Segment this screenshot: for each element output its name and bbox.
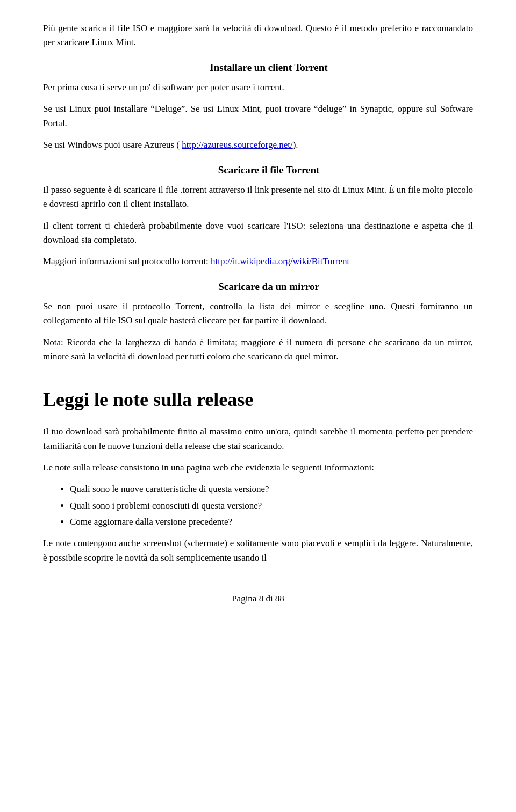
paragraph-8: Se non puoi usare il protocollo Torrent,…: [43, 300, 473, 328]
paragraph-9: Nota: Ricorda che la larghezza di banda …: [43, 336, 473, 364]
paragraph-12: Le note contengono anche screenshot (sch…: [43, 536, 473, 565]
list-item-3: Come aggiornare dalla versione precedent…: [70, 515, 473, 529]
paragraph-3: Se usi Linux puoi installare “Deluge”. S…: [43, 102, 473, 130]
release-notes-heading: Leggi le note sulla release: [43, 385, 473, 415]
paragraph-5: Il passo seguente è di scaricare il file…: [43, 183, 473, 212]
azureus-link[interactable]: http://azureus.sourceforge.net/: [182, 140, 292, 150]
paragraph-2: Per prima cosa ti serve un po' di softwa…: [43, 81, 473, 95]
wikipedia-bittorrent-link[interactable]: http://it.wikipedia.org/wiki/BitTorrent: [211, 256, 349, 266]
mirror-heading: Scaricare da un mirror: [64, 279, 473, 294]
page-footer: Pagina 8 di 88: [43, 592, 473, 606]
download-torrent-heading: Scaricare il file Torrent: [64, 162, 473, 178]
paragraph-7: Maggiori informazioni sul protocollo tor…: [43, 255, 473, 269]
paragraph-6: Il client torrent ti chiederà probabilme…: [43, 219, 473, 248]
paragraph-4-post: ).: [293, 140, 298, 150]
paragraph-11: Le note sulla release consistono in una …: [43, 461, 473, 475]
paragraph-1: Più gente scarica il file ISO e maggiore…: [43, 21, 473, 50]
paragraph-4-pre: Se usi Windows puoi usare Azureus (: [43, 140, 182, 150]
install-torrent-heading: Installare un client Torrent: [64, 60, 473, 75]
release-notes-list: Quali sono le nuove caratteristiche di q…: [70, 482, 473, 529]
list-item-2: Quali sono i problemi conosciuti di ques…: [70, 499, 473, 513]
paragraph-4: Se usi Windows puoi usare Azureus ( http…: [43, 138, 473, 152]
list-item-1: Quali sono le nuove caratteristiche di q…: [70, 482, 473, 496]
paragraph-7-pre: Maggiori informazioni sul protocollo tor…: [43, 256, 211, 266]
paragraph-10: Il tuo download sarà probabilmente finit…: [43, 425, 473, 453]
